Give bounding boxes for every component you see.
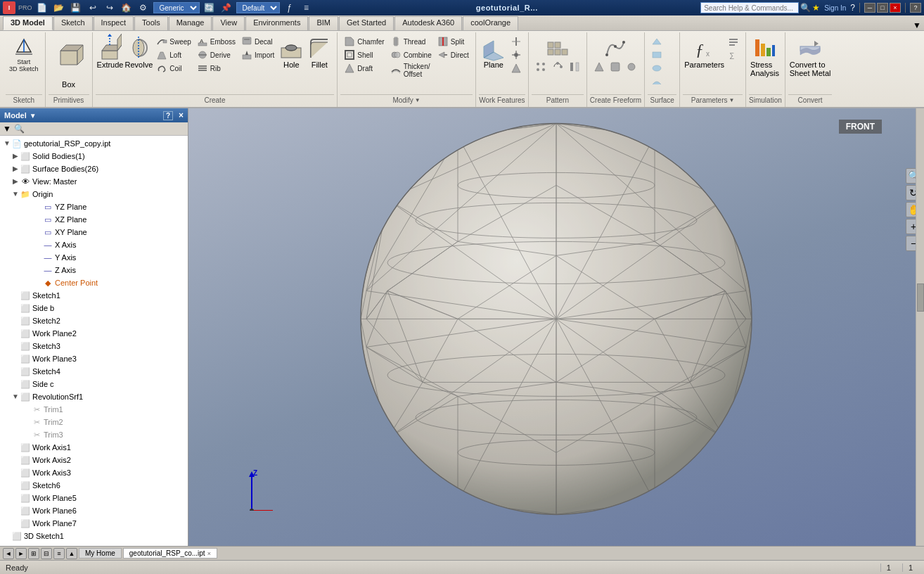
plane-button[interactable] bbox=[480, 35, 507, 60]
search-tree-icon[interactable]: 🔍 bbox=[14, 124, 25, 134]
tab-geotutorial-close[interactable]: × bbox=[207, 550, 211, 557]
tree-item-wa1[interactable]: ⬜ Work Axis1 bbox=[0, 441, 188, 454]
tab-geotutorial[interactable]: geotutorial_RSP_co...ipt × bbox=[123, 548, 217, 559]
tree-item-3dsk1[interactable]: ⬜ 3D Sketch1 bbox=[0, 530, 188, 542]
qa-more[interactable]: ≡ bbox=[300, 1, 314, 14]
surface-btn2[interactable] bbox=[649, 49, 665, 61]
tree-item-wp3[interactable]: ⬜ Work Plane3 bbox=[0, 352, 188, 365]
pattern-small-btn2[interactable] bbox=[550, 60, 565, 73]
tree-item-wp2[interactable]: ⬜ Work Plane2 bbox=[0, 327, 188, 340]
pattern-button[interactable] bbox=[544, 35, 571, 60]
tree-item-solid-bodies[interactable]: ▶ ⬜ Solid Bodies(1) bbox=[0, 150, 188, 162]
tab-up-button[interactable]: ▲ bbox=[66, 548, 77, 559]
signin-button[interactable]: Sign In bbox=[824, 4, 846, 12]
surface-btn1[interactable] bbox=[649, 35, 665, 48]
loft-button[interactable]: Loft bbox=[154, 49, 193, 61]
fillet-button[interactable] bbox=[306, 35, 333, 60]
tab-coolorange[interactable]: coolOrange bbox=[463, 16, 518, 30]
app-help-button[interactable]: ? bbox=[910, 3, 921, 13]
generic-dropdown[interactable]: Generic bbox=[153, 2, 200, 13]
derive-button[interactable]: Derive bbox=[195, 49, 238, 61]
params-dropdown-arrow[interactable]: ▼ bbox=[729, 97, 735, 103]
tab-get-started[interactable]: Get Started bbox=[339, 16, 394, 30]
tree-item-yz-plane[interactable]: ▭ YZ Plane bbox=[0, 200, 188, 213]
tree-item-center-point[interactable]: ◆ Center Point bbox=[0, 276, 188, 289]
tab-tools[interactable]: Tools bbox=[134, 16, 168, 30]
tree-expand-surface[interactable]: ▶ bbox=[11, 163, 20, 174]
qa-pin[interactable]: 📌 bbox=[219, 1, 233, 14]
tab-grid-button[interactable]: ⊞ bbox=[28, 548, 39, 559]
tab-my-home[interactable]: My Home bbox=[79, 548, 122, 559]
tab-prev-button[interactable]: ◄ bbox=[3, 548, 14, 559]
tree-item-wp6[interactable]: ⬜ Work Plane6 bbox=[0, 504, 188, 517]
convert-sheet-metal-button[interactable] bbox=[797, 35, 823, 60]
tree-expand-root[interactable]: ▼ bbox=[3, 138, 11, 149]
tree-item-wa2[interactable]: ⬜ Work Axis2 bbox=[0, 454, 188, 466]
qa-settings[interactable]: ⚙ bbox=[136, 1, 150, 14]
params-btn1[interactable] bbox=[726, 35, 741, 48]
maximize-button[interactable]: □ bbox=[877, 3, 888, 13]
freeform-sm3[interactable] bbox=[624, 60, 639, 73]
tree-expand-solid[interactable]: ▶ bbox=[11, 151, 20, 162]
tab-view[interactable]: View bbox=[212, 16, 245, 30]
tree-item-sketch2[interactable]: ⬜ Sketch2 bbox=[0, 314, 188, 327]
qa-undo[interactable]: ↩ bbox=[86, 1, 100, 14]
panel-close-button[interactable]: × bbox=[179, 110, 184, 120]
pattern-small-btn1[interactable] bbox=[533, 60, 548, 73]
qa-formula[interactable]: ƒ bbox=[283, 1, 297, 14]
tree-item-y-axis[interactable]: — Y Axis bbox=[0, 251, 188, 264]
qa-sync[interactable]: 🔄 bbox=[203, 1, 217, 14]
qa-home[interactable]: 🏠 bbox=[120, 1, 134, 14]
tree-item-wp7[interactable]: ⬜ Work Plane7 bbox=[0, 517, 188, 530]
tree-item-sketch1[interactable]: ⬜ Sketch1 bbox=[0, 289, 188, 302]
close-button[interactable]: × bbox=[890, 3, 901, 13]
tree-item-sketch3[interactable]: ⬜ Sketch3 bbox=[0, 340, 188, 352]
parameters-button[interactable]: ƒ x bbox=[691, 35, 718, 60]
tree-expand-rev[interactable]: ▼ bbox=[11, 391, 20, 402]
ribbon-expand-icon[interactable]: ▼ bbox=[913, 20, 921, 30]
freeform-sm1[interactable] bbox=[591, 60, 607, 73]
sweep-button[interactable]: Sweep bbox=[154, 35, 193, 48]
tree-item-sk6[interactable]: ⬜ Sketch6 bbox=[0, 479, 188, 492]
tab-next-button[interactable]: ► bbox=[15, 548, 27, 559]
tab-autodesk-a360[interactable]: Autodesk A360 bbox=[394, 16, 462, 30]
freeform-button[interactable] bbox=[602, 35, 629, 60]
favorites-icon[interactable]: ★ bbox=[812, 3, 820, 13]
start-3d-sketch-button[interactable]: Start3D Sketch bbox=[7, 35, 41, 75]
shell-button[interactable]: Shell bbox=[342, 49, 386, 61]
tree-item-revolution[interactable]: ▼ ⬜ RevolutionSrf1 bbox=[0, 390, 188, 403]
tab-tile-button[interactable]: ≡ bbox=[53, 548, 65, 559]
pattern-small-btn3[interactable] bbox=[567, 60, 582, 73]
tree-item-root[interactable]: ▼ 📄 geotutorial_RSP_copy.ipt bbox=[0, 137, 188, 150]
help-icon[interactable]: ? bbox=[850, 3, 855, 13]
tab-sketch[interactable]: Sketch bbox=[53, 16, 93, 30]
panel-help-button[interactable]: ? bbox=[163, 111, 173, 120]
tree-item-origin[interactable]: ▼ 📁 Origin bbox=[0, 188, 188, 200]
emboss-button[interactable]: A Emboss bbox=[195, 35, 238, 48]
viewport[interactable]: FRONT bbox=[188, 108, 924, 546]
direct-button[interactable]: Direct bbox=[435, 49, 471, 61]
decal-button[interactable]: Decal bbox=[239, 35, 276, 48]
thread-button[interactable]: Thread bbox=[388, 35, 434, 48]
tab-environments[interactable]: Environments bbox=[245, 16, 308, 30]
revolve-button[interactable] bbox=[125, 35, 152, 60]
filter-icon[interactable]: ▼ bbox=[3, 124, 11, 134]
dropdown-icon[interactable]: ▼ bbox=[30, 112, 37, 120]
tree-item-wa3[interactable]: ⬜ Work Axis3 bbox=[0, 466, 188, 479]
surface-btn3[interactable] bbox=[649, 62, 665, 75]
draft-button[interactable]: Draft bbox=[342, 62, 386, 75]
tree-item-surface-bodies[interactable]: ▶ ⬜ Surface Bodies(26) bbox=[0, 162, 188, 175]
tree-item-side-b[interactable]: ⬜ Side b bbox=[0, 302, 188, 314]
qa-open[interactable]: 📂 bbox=[52, 1, 66, 14]
tree-item-z-axis[interactable]: — Z Axis bbox=[0, 264, 188, 276]
split-button[interactable]: Split bbox=[435, 35, 471, 48]
qa-save[interactable]: 💾 bbox=[69, 1, 83, 14]
wf-btn1[interactable] bbox=[508, 35, 524, 48]
qa-redo[interactable]: ↪ bbox=[103, 1, 117, 14]
wf-btn3[interactable] bbox=[508, 62, 524, 75]
box-button[interactable] bbox=[50, 35, 88, 80]
surface-btn4[interactable] bbox=[649, 75, 665, 88]
chamfer-button[interactable]: Chamfer bbox=[342, 35, 386, 48]
modify-dropdown-arrow[interactable]: ▼ bbox=[415, 97, 421, 103]
tree-item-sketch4[interactable]: ⬜ Sketch4 bbox=[0, 365, 188, 378]
